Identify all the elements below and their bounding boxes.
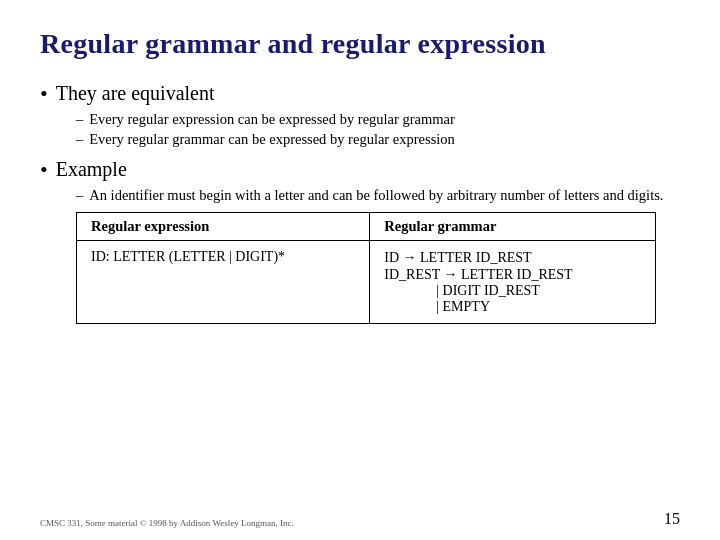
bullet-label-2: Example [56, 158, 127, 181]
table-cell-grammar: ID → LETTER ID_REST ID_REST → LETTER ID_… [370, 241, 656, 324]
bullet-main-2: • Example [40, 158, 680, 181]
col-header-regex: Regular expression [77, 213, 370, 241]
sub-dash-2-1: – [76, 187, 83, 204]
grammar-text-2: ID_REST [384, 267, 443, 282]
bullet-dot-1: • [40, 83, 48, 105]
arrow-2: → [444, 266, 458, 282]
sub-bullet-text-1-1: Every regular expression can be expresse… [89, 111, 455, 128]
bullet-section-1: • They are equivalent – Every regular ex… [40, 82, 680, 148]
sub-bullet-text-1-2: Every regular grammar can be expressed b… [89, 131, 455, 148]
sub-bullet-text-2-1: An identifier must begin with a letter a… [89, 187, 663, 204]
sub-dash-1-1: – [76, 111, 83, 128]
grammar-line-3: | DIGIT ID_REST [384, 283, 641, 299]
bullet-section-2: • Example – An identifier must begin wit… [40, 158, 680, 324]
grammar-line-2: ID_REST → LETTER ID_REST [384, 266, 641, 283]
grammar-text-3: | DIGIT ID_REST [384, 283, 540, 298]
sub-bullet-2-1: – An identifier must begin with a letter… [76, 187, 680, 204]
copyright-text: CMSC 331, Some material © 1998 by Addiso… [40, 518, 294, 528]
table-cell-regex: ID: LETTER (LETTER | DIGIT)* [77, 241, 370, 324]
grammar-text-4: | EMPTY [384, 299, 490, 314]
grammar-line-1: ID → LETTER ID_REST [384, 249, 641, 266]
bullet-dot-2: • [40, 159, 48, 181]
footer: CMSC 331, Some material © 1998 by Addiso… [40, 510, 680, 528]
bullet-label-1: They are equivalent [56, 82, 215, 105]
bullet-main-1: • They are equivalent [40, 82, 680, 105]
table-row: ID: LETTER (LETTER | DIGIT)* ID → LETTER… [77, 241, 656, 324]
sub-dash-1-2: – [76, 131, 83, 148]
table-header-row: Regular expression Regular grammar [77, 213, 656, 241]
arrow-1: → [403, 249, 417, 265]
sub-bullets-1: – Every regular expression can be expres… [76, 111, 680, 148]
slide-title: Regular grammar and regular expression [40, 28, 680, 60]
col-header-grammar: Regular grammar [370, 213, 656, 241]
sub-bullet-1-1: – Every regular expression can be expres… [76, 111, 680, 128]
sub-bullets-2: – An identifier must begin with a letter… [76, 187, 680, 204]
slide: Regular grammar and regular expression •… [0, 0, 720, 540]
grammar-table-container: Regular expression Regular grammar ID: L… [76, 212, 680, 324]
grammar-rest-1: LETTER ID_REST [417, 250, 532, 265]
grammar-rest-2: LETTER ID_REST [458, 267, 573, 282]
page-number: 15 [664, 510, 680, 528]
grammar-table: Regular expression Regular grammar ID: L… [76, 212, 656, 324]
sub-bullet-1-2: – Every regular grammar can be expressed… [76, 131, 680, 148]
grammar-line-4: | EMPTY [384, 299, 641, 315]
grammar-text-1: ID [384, 250, 402, 265]
